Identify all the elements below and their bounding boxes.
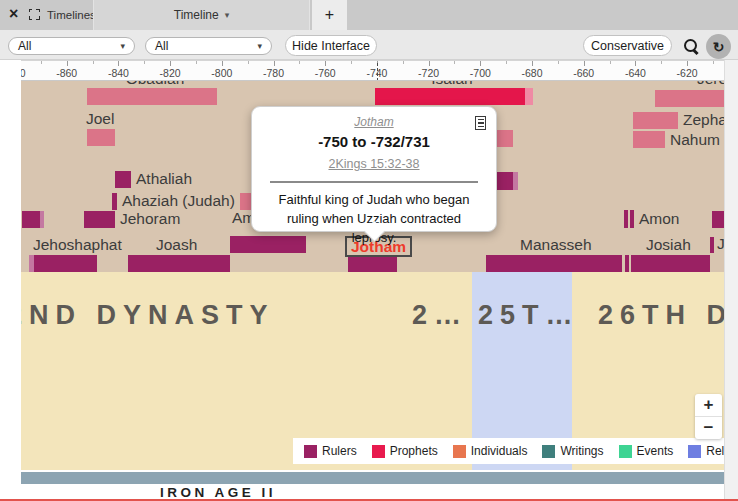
isaiah-bar[interactable] (525, 88, 533, 105)
dynasty-label-26th-dynasty[interactable]: 26TH DYNASTY (598, 300, 724, 331)
tooltip-reference-link[interactable]: 2Kings 15:32-38 (252, 157, 496, 171)
legend-swatch-events (619, 445, 632, 458)
dynasty-label-2[interactable]: 2… (412, 300, 468, 331)
joash-label[interactable]: Joash (156, 236, 197, 254)
amon-bar[interactable] (624, 210, 628, 228)
sync-icon[interactable]: ↻ (706, 34, 731, 59)
axis-tick (480, 61, 481, 66)
timeline-item-bar[interactable] (625, 255, 629, 272)
axis-minor-tick (713, 61, 714, 64)
zephaniah-bar[interactable] (633, 112, 678, 129)
amon-label[interactable]: Amon (639, 210, 680, 228)
joel-label[interactable]: Joel (86, 110, 114, 128)
josiah-bar[interactable] (631, 255, 710, 272)
axis-tick (170, 61, 171, 66)
timeline-item-bar[interactable] (513, 172, 518, 190)
joash-bar[interactable] (128, 255, 230, 272)
jeremiah-label[interactable]: Jeremiah (697, 81, 724, 88)
left-gutter (0, 60, 21, 501)
filter-dropdown-2-value: All (155, 39, 168, 53)
j-label[interactable]: J (717, 235, 724, 253)
preset-dropdown-conservative[interactable]: Conservative (583, 35, 672, 56)
legend-swatch-religious-leaders (688, 445, 701, 458)
panel-title: Timelines (47, 9, 96, 21)
timeline-item-bar[interactable] (40, 211, 44, 228)
tab-timeline[interactable]: Timeline ▾ (93, 0, 310, 30)
jehoshaphat-label[interactable]: Jehoshaphat (33, 236, 122, 254)
axis-tick (67, 61, 68, 66)
axis-tick-label: -720 (418, 67, 439, 79)
timeline-item-bar[interactable] (22, 211, 40, 228)
axis-minor-tick (454, 61, 455, 64)
axis-tick (118, 61, 119, 66)
manasseh-bar[interactable] (486, 255, 622, 272)
obadiah-label[interactable]: Obadiah (126, 81, 185, 88)
axis-tick (532, 61, 533, 66)
axis-minor-tick (93, 61, 94, 64)
zoom-control: + − (695, 394, 722, 439)
jehoram-bar[interactable] (84, 211, 115, 228)
hide-interface-button[interactable]: Hide Interface (285, 35, 377, 56)
obadiah-bar[interactable] (87, 88, 217, 105)
isaiah-bar[interactable] (375, 88, 525, 105)
axis-minor-tick (144, 61, 145, 64)
jeremiah-bar[interactable] (655, 90, 724, 107)
chevron-down-icon: ▾ (257, 41, 262, 51)
axis-tick (429, 61, 430, 66)
legend-swatch-prophets (372, 445, 385, 458)
filter-dropdown-2[interactable]: All ▾ (145, 37, 272, 55)
tab-timeline-label: Timeline (174, 8, 219, 22)
legend-label: Rulers (322, 444, 357, 458)
legend-item-writings: Writings (542, 444, 603, 458)
legend-item-prophets: Prophets (372, 444, 438, 458)
timeline-axis[interactable]: -880-860-840-820-800-780-760-740-720-700… (21, 60, 724, 81)
search-icon[interactable] (684, 39, 700, 55)
amon-bar[interactable] (630, 210, 634, 228)
zephaniah-label[interactable]: Zephaniah (683, 111, 724, 129)
axis-tick-label: -860 (56, 67, 77, 79)
dynasty-label-25t[interactable]: 25T… (478, 300, 580, 331)
legend: RulersProphetsIndividualsWritingsEventsR… (293, 438, 724, 464)
tooltip-title-link[interactable]: Jotham (252, 115, 496, 129)
jehoshaphat-bar[interactable] (34, 255, 97, 272)
axis-tick (274, 61, 275, 66)
legend-swatch-writings (542, 445, 555, 458)
manasseh-label[interactable]: Manasseh (520, 236, 592, 254)
new-tab-button[interactable]: + (312, 0, 347, 30)
jehoshaphat-bar[interactable] (29, 255, 34, 272)
axis-tick-label: -700 (470, 67, 491, 79)
axis-minor-tick (610, 61, 611, 64)
j-bar[interactable] (710, 237, 714, 253)
dynasty-label-2nd-dynasty[interactable]: 2ND DYNASTY (21, 300, 275, 331)
axis-tick (687, 61, 688, 66)
jehoram-label[interactable]: Jehoram (120, 210, 180, 228)
athaliah-bar[interactable] (115, 171, 131, 188)
era-bar (21, 472, 724, 484)
zoom-out-button[interactable]: − (695, 417, 722, 439)
toolbar: All ▾ All ▾ Hide Interface Conservative … (0, 30, 738, 60)
joel-bar[interactable] (87, 129, 115, 146)
nahum-label[interactable]: Nahum (670, 131, 720, 149)
close-icon[interactable]: × (9, 5, 18, 23)
timeline-item-bar[interactable] (497, 130, 513, 147)
legend-label: Events (637, 444, 674, 458)
ahaziah-judah-label[interactable]: Ahaziah (Judah) (122, 192, 235, 210)
chevron-down-icon: ▾ (120, 41, 125, 51)
isaiah-label[interactable]: Isaiah (431, 81, 472, 88)
legend-label: Prophets (390, 444, 438, 458)
nahum-bar[interactable] (633, 131, 665, 148)
vertical-scrollbar[interactable] (724, 60, 738, 501)
zoom-in-button[interactable]: + (695, 394, 722, 416)
filter-dropdown-1[interactable]: All ▾ (8, 37, 135, 55)
note-icon[interactable] (475, 116, 486, 130)
expand-icon[interactable] (29, 9, 40, 20)
jotham-bar[interactable] (348, 256, 397, 272)
josiah-label[interactable]: Josiah (646, 236, 691, 254)
axis-minor-tick (558, 61, 559, 64)
timeline-item-bar[interactable] (712, 211, 724, 228)
athaliah-label[interactable]: Athaliah (136, 170, 192, 188)
ahaziah-judah-bar[interactable] (112, 193, 117, 210)
era-label: IRON AGE II (160, 485, 276, 500)
legend-item-events: Events (619, 444, 674, 458)
chevron-down-icon: ▾ (225, 10, 230, 20)
